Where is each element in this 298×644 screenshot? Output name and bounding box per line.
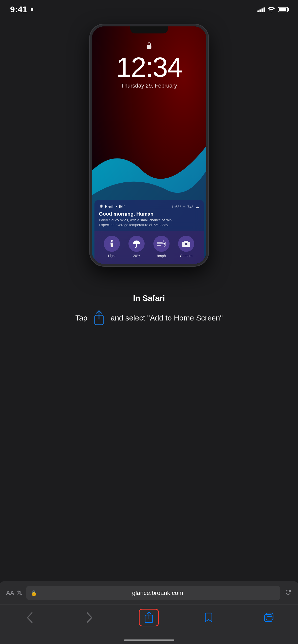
quick-action-rain: 20% (128, 236, 145, 258)
signal-bar-3 (261, 8, 263, 12)
wind-icon (156, 240, 167, 247)
wind-label: 9mph (157, 254, 166, 258)
instruction-title: In Safari (15, 294, 283, 303)
share-icon-instruction (91, 308, 107, 328)
status-time: 9:41 (10, 5, 34, 14)
quick-action-camera[interactable]: Camera (178, 236, 194, 258)
safari-aa-button[interactable]: AA (6, 589, 22, 596)
forward-icon (86, 612, 93, 623)
instruction-area: In Safari Tap and select "Add to Home Sc… (0, 278, 298, 338)
wifi-icon (268, 7, 275, 12)
camera-label: Camera (180, 254, 192, 258)
safari-url-bar[interactable]: AA 🔒 glance.broank.com (0, 581, 298, 605)
instruction-tap-text: Tap (75, 314, 87, 322)
cloud-icon: ☁ (195, 204, 199, 210)
svg-rect-0 (147, 45, 151, 49)
refresh-icon (284, 588, 292, 596)
phone-frame: 12:34 Thursday 29, February (90, 24, 208, 266)
url-lock-icon: 🔒 (31, 590, 37, 596)
forward-button[interactable] (79, 609, 100, 626)
quick-action-light[interactable]: Light (104, 236, 120, 258)
safari-browser: AA 🔒 glance.broank.com (0, 581, 298, 644)
back-icon (26, 612, 33, 623)
phone-notch (130, 26, 168, 33)
time-display: 9:41 (10, 5, 27, 14)
refresh-button[interactable] (284, 588, 292, 598)
svg-point-2 (111, 245, 113, 246)
flashlight-icon (108, 239, 115, 248)
weather-widget: Earth • 66° L:63° H: 74° ☁ Good morning,… (94, 200, 204, 231)
lock-time: 12:34 (116, 53, 182, 81)
signal-bar-4 (263, 7, 265, 12)
weather-location: Earth • 66° (99, 205, 125, 209)
location-pin-icon (99, 205, 104, 209)
lock-screen-content: 12:34 Thursday 29, February (92, 26, 206, 264)
signal-bars (257, 7, 265, 12)
signal-bar-1 (257, 10, 259, 12)
instruction-body: Tap and select "Add to Home Screen" (15, 308, 283, 328)
bookmarks-icon (204, 612, 213, 623)
light-label: Light (108, 254, 116, 258)
location-icon (30, 7, 34, 12)
battery-icon (278, 7, 288, 12)
home-indicator (0, 636, 298, 644)
phone-wrapper: 12:34 Thursday 29, February (90, 24, 208, 266)
phone-screen: 12:34 Thursday 29, February (92, 26, 206, 264)
instruction-select-text: and select "Add to Home Screen" (111, 314, 223, 322)
back-button[interactable] (20, 609, 40, 626)
bookmarks-button[interactable] (198, 609, 219, 626)
wind-button[interactable] (153, 236, 170, 252)
camera-button[interactable] (178, 236, 194, 252)
phone-bottom-widgets: Earth • 66° L:63° H: 74° ☁ Good morning,… (92, 200, 206, 264)
rain-button[interactable] (128, 236, 145, 252)
translate-icon (17, 590, 22, 596)
tabs-button[interactable] (258, 609, 278, 626)
url-bar-center[interactable]: 🔒 glance.broank.com (26, 586, 280, 600)
rain-label: 20% (133, 254, 140, 258)
lock-icon (146, 42, 153, 51)
safari-toolbar (0, 605, 298, 636)
weather-hilo: L:63° H: 74° ☁ (172, 204, 199, 210)
quick-actions: Light 20% (94, 231, 204, 264)
share-icon-svg (93, 310, 105, 326)
weather-greeting: Good morning, Human (99, 211, 199, 217)
svg-point-5 (186, 244, 187, 245)
url-text[interactable]: glance.broank.com (40, 589, 276, 596)
status-bar: 9:41 (0, 0, 298, 17)
share-toolbar-icon (144, 612, 154, 624)
quick-action-wind: 9mph (153, 236, 170, 258)
tabs-icon (263, 612, 274, 623)
light-button[interactable] (104, 236, 120, 252)
home-bar (124, 639, 174, 641)
umbrella-icon (132, 240, 141, 248)
weather-description: Partly cloudy skies, with a small chance… (99, 218, 199, 228)
status-icons (257, 7, 288, 12)
share-button[interactable] (139, 609, 159, 626)
camera-icon (182, 240, 190, 247)
signal-bar-2 (259, 9, 261, 12)
lock-date: Thursday 29, February (121, 83, 177, 89)
